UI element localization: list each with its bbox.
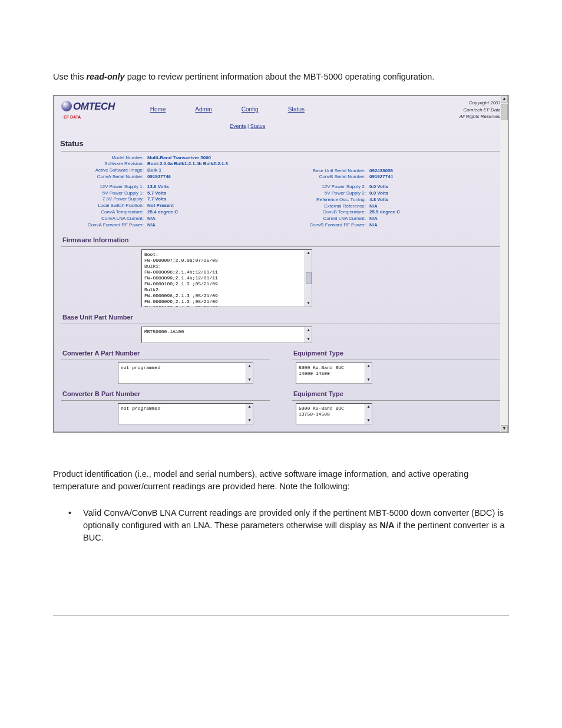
ext-ref-label: External Reference: <box>281 203 369 210</box>
divider <box>61 400 270 401</box>
conva-temp-label: ConvA Temperature: <box>59 209 147 216</box>
conva-rf-label: ConvA Forward RF Power: <box>59 222 147 229</box>
scroll-up-icon[interactable]: ▲ <box>248 404 250 410</box>
divider <box>61 360 270 360</box>
copyright-block: Copyright 2007 Comtech EF Data All Right… <box>459 100 501 120</box>
conva-pn-text: not programmed <box>121 365 160 370</box>
main-scrollbar[interactable]: ▲ ▼ <box>500 95 508 432</box>
convb-temp-value: 25.5 degree C <box>369 209 400 216</box>
scroll-up-icon[interactable]: ▲ <box>501 95 508 103</box>
convb-pn-textarea[interactable]: not programmed▲▼ <box>118 403 253 424</box>
bullet-text: Valid ConvA/ConvB LNA Current readings a… <box>83 507 509 544</box>
status-col-right: Base Unit Serial Number:092438058 ConvB … <box>281 155 503 229</box>
base-pn-textarea[interactable]: MBT50000.1A100▲▼ <box>141 327 312 343</box>
firmware-info-title: Firmware Information <box>62 236 503 245</box>
scrollbar[interactable]: ▲▼ <box>305 250 312 307</box>
conva-eq-textarea[interactable]: 5000 Ku-Band BUC 14000-14500▲▼ <box>296 363 372 384</box>
conva-pn-textarea[interactable]: not programmed▲▼ <box>118 363 253 384</box>
scroll-thumb[interactable] <box>306 272 312 284</box>
conva-lna-value: N/A <box>147 216 156 222</box>
scroll-down-icon[interactable]: ▼ <box>248 377 250 383</box>
convb-eq-text: 5000 Ku-Band BUC 13750-14500 <box>299 406 344 417</box>
ps5-1-value: 5.7 Volts <box>147 190 166 197</box>
nav-config[interactable]: Config <box>242 106 259 114</box>
scroll-down-icon[interactable]: ▼ <box>367 417 369 424</box>
scrollbar[interactable]: ▲▼ <box>246 404 253 424</box>
base-serial-value: 092438058 <box>369 168 393 174</box>
convb-eq-textarea[interactable]: 5000 Ku-Band BUC 13750-14500▲▼ <box>296 403 372 424</box>
ref-osc-value: 4.8 Volts <box>369 197 388 203</box>
ps12-1-label: 12V Power Supply 1: <box>59 184 147 190</box>
ps12-2-value: 0.0 Volts <box>369 184 388 190</box>
subnav-status[interactable]: Status <box>250 123 266 129</box>
scrollbar[interactable]: ▲▼ <box>365 363 372 383</box>
scroll-down-icon[interactable]: ▼ <box>367 377 369 383</box>
status-grid: Model Number:Multi-Band Transceiver 5000… <box>59 154 503 230</box>
scroll-down-icon[interactable]: ▼ <box>248 417 250 424</box>
convb-pn-title: Converter B Part Number <box>62 390 272 399</box>
scroll-thumb[interactable] <box>501 104 508 120</box>
base-pn-text: MBT50000.1A100 <box>144 329 184 334</box>
conva-eq-text: 5000 Ku-Band BUC 14000-14500 <box>299 365 344 376</box>
convb-serial-label: ConvB Serial Number: <box>281 174 369 180</box>
subnav: Events | Status <box>230 120 503 135</box>
conv-b-row: Converter B Part Number not programmed▲▼… <box>59 384 503 424</box>
scrollbar[interactable]: ▲▼ <box>305 327 312 342</box>
intro-paragraph: Use this read-only page to review pertin… <box>53 71 509 83</box>
convb-rf-label: ConvB Forward RF Power: <box>281 222 369 229</box>
conva-temp-value: 25.4 degree C <box>147 209 178 216</box>
convb-eq-title: Equipment Type <box>293 390 503 399</box>
software-revision-value: Boot:2.0.0a Bulk1:2.1.4b Bulk2:2.1.3 <box>147 161 228 167</box>
nav-status[interactable]: Status <box>288 106 305 114</box>
convb-lna-value: N/A <box>369 216 378 222</box>
bullet-item: • Valid ConvA/ConvB LNA Current readings… <box>53 507 509 544</box>
scroll-down-icon[interactable]: ▼ <box>307 336 309 342</box>
scroll-up-icon[interactable]: ▲ <box>367 404 369 410</box>
conv-a-row: Converter A Part Number not programmed▲▼… <box>59 343 503 384</box>
firmware-info-text: Boot: FW-0000097;2.0.0a;07/25/08 Bulk1: … <box>144 252 218 307</box>
divider <box>292 400 501 401</box>
conva-serial-label: ConvA Serial Number: <box>59 174 147 180</box>
base-pn-title: Base Unit Part Number <box>62 313 503 322</box>
copyright-line3: All Rights Reserved <box>459 113 501 120</box>
status-heading: Status <box>60 139 503 150</box>
subnav-sep: | <box>246 123 250 129</box>
bullet-dot-icon: • <box>68 507 71 544</box>
base-serial-label: Base Unit Serial Number: <box>281 168 369 174</box>
brand-logo: OMTECH EF DATA <box>61 100 115 120</box>
firmware-info-textarea[interactable]: Boot: FW-0000097;2.0.0a;07/25/08 Bulk1: … <box>141 249 312 307</box>
scroll-up-icon[interactable]: ▲ <box>367 363 369 370</box>
ps5-2-value: 0.0 Volts <box>369 190 388 197</box>
active-image-value: Bulk 1 <box>147 167 161 174</box>
conva-pn-title: Converter A Part Number <box>62 349 272 358</box>
scroll-down-icon[interactable]: ▼ <box>501 425 508 432</box>
subnav-events[interactable]: Events <box>230 123 246 129</box>
scroll-down-icon[interactable]: ▼ <box>307 300 309 307</box>
scroll-up-icon[interactable]: ▲ <box>307 250 309 256</box>
nav-home[interactable]: Home <box>150 106 166 114</box>
nav-links: Home Admin Config Status <box>150 106 305 114</box>
embedded-screenshot: OMTECH EF DATA Home Admin Config Status … <box>53 95 509 433</box>
convb-serial-value: 091927744 <box>369 174 393 180</box>
ext-ref-value: N/A <box>369 203 378 210</box>
convb-temp-label: ConvB Temperature: <box>281 209 369 216</box>
copyright-line2: Comtech EF Data <box>459 107 501 114</box>
intro-post: page to review pertinent information abo… <box>125 72 435 81</box>
ps12-1-value: 13.6 Volts <box>147 184 169 190</box>
top-nav: OMTECH EF DATA Home Admin Config Status … <box>59 96 503 120</box>
ps78-label: 7.8V Power Supply: <box>59 196 147 203</box>
ps12-2-label: 12V Power Supply 2: <box>281 184 369 190</box>
divider <box>292 360 501 360</box>
model-number-value: Multi-Band Transceiver 5000 <box>147 155 211 162</box>
ref-osc-label: Reference Osc. Tuning: <box>281 197 369 203</box>
scroll-up-icon[interactable]: ▲ <box>248 363 250 370</box>
intro-readonly: read-only <box>86 72 124 81</box>
brand-text: OMTECH <box>73 101 115 112</box>
nav-admin[interactable]: Admin <box>195 106 211 114</box>
scroll-up-icon[interactable]: ▲ <box>307 327 309 334</box>
scrollbar[interactable]: ▲▼ <box>246 363 253 383</box>
bullet-part-b: N/A <box>380 521 395 530</box>
conva-serial-value: 091927746 <box>147 174 171 180</box>
post-paragraph: Product identification (i.e., model and … <box>53 468 509 493</box>
scrollbar[interactable]: ▲▼ <box>365 404 372 424</box>
